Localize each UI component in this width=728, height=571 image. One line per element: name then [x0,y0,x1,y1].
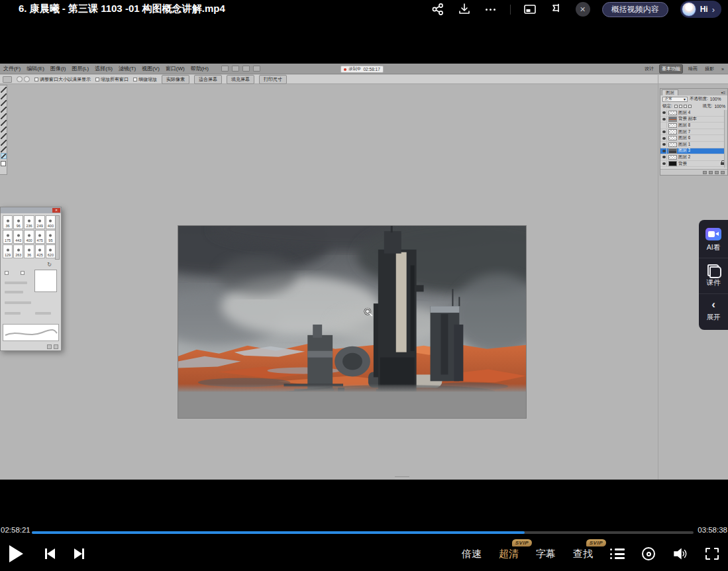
opacity-value[interactable]: 100% [710,97,721,101]
speed-button[interactable]: 倍速 [462,548,482,560]
menu-layer[interactable]: 图层(L) [72,65,89,72]
lock-option-icons[interactable] [674,105,692,108]
tool-lasso[interactable] [1,100,7,106]
flip-x-checkbox[interactable] [5,271,9,275]
layer-row[interactable]: 图层 8 [660,123,725,129]
brush-preset[interactable]: 96 [13,215,23,229]
video-frame[interactable]: 文件(F) 编辑(E) 图像(I) 图层(L) 选择(S) 滤镜(T) 视图(V… [0,64,728,480]
volume-icon[interactable] [672,547,688,560]
print-size-button[interactable]: 打印尺寸 [259,75,287,84]
panel-menu-icon[interactable]: ▾≡ [721,90,725,95]
canvas-image[interactable] [178,225,527,419]
brush-preset[interactable]: 236 [24,215,34,229]
tool-text[interactable] [1,140,7,146]
brush-grid-scrollbar[interactable] [55,215,60,260]
pip-icon[interactable] [523,2,537,17]
tool-zoom-selected[interactable] [1,153,7,159]
layer-row[interactable]: 图层 4 [660,110,725,117]
brush-preset[interactable]: 425 [35,244,45,258]
zoom-in-out-icons[interactable] [17,76,30,82]
fullscreen-icon[interactable] [705,548,719,560]
workspace-overflow[interactable]: » [719,66,726,72]
tool-eraser[interactable] [1,127,7,132]
tool-stamp[interactable] [1,120,7,126]
checkbox-zoom-all-windows[interactable] [95,78,99,81]
brush-preset[interactable]: 36 [24,244,34,258]
tool-shape[interactable] [1,146,7,152]
tool-move[interactable] [1,87,7,93]
layer-row[interactable]: 背景 [660,161,725,168]
brush-preset[interactable]: 95 [46,230,56,244]
fill-value[interactable]: 100% [714,104,725,109]
layers-tab[interactable]: 图层 [662,89,678,95]
brush-preset[interactable]: 400 [24,230,34,244]
checkbox-scrubby-zoom[interactable] [133,78,137,81]
workspace-design[interactable]: 设计 [643,65,656,73]
brush-panel-footer-icons[interactable] [47,344,58,349]
brush-preset[interactable]: 620 [46,244,56,258]
brush-preset[interactable]: 475 [35,230,45,244]
menu-help[interactable]: 帮助(H) [191,65,209,72]
brush-preset[interactable]: 443 [13,230,23,244]
blend-mode-select[interactable]: 正常▾ [662,97,688,102]
menu-select[interactable]: 选择(S) [95,65,113,72]
layer-row[interactable]: 图层 2 [660,154,725,161]
fit-screen-button[interactable]: 适合屏幕 [194,75,222,84]
flip-y-checkbox[interactable] [21,271,25,275]
panel-close-icon[interactable]: ✕ [52,208,60,213]
close-icon[interactable]: ✕ [576,2,590,17]
layer-row[interactable]: 图层 7 [660,129,725,136]
lock-label: 锁定: [662,103,672,109]
refresh-icon[interactable]: ↻ [47,262,52,268]
brush-preset[interactable]: 249 [35,215,45,229]
menu-edit[interactable]: 编辑(E) [26,65,44,72]
menu-view[interactable]: 视图(V) [142,65,160,72]
summarize-video-button[interactable]: 概括视频内容 [602,2,668,17]
tool-crop[interactable] [1,107,7,113]
layers-scrollbar[interactable] [724,110,727,168]
menu-image[interactable]: 图像(I) [50,65,66,72]
actual-pixels-button[interactable]: 实际像素 [162,75,189,84]
color-swatch[interactable] [1,161,6,166]
checkbox-resize-windows[interactable] [34,78,38,81]
clip-icon[interactable] [549,2,564,17]
layer-row[interactable]: 图层 1 [660,142,725,148]
tool-marquee[interactable] [1,93,7,99]
layer-row[interactable]: 图层 6 [660,135,725,142]
record-icon[interactable] [642,547,655,560]
layer-row-selected[interactable]: 图层 3 [660,148,725,155]
tool-preset-icon[interactable] [3,76,12,83]
layers-panel-footer[interactable] [660,169,727,175]
tool-brush[interactable] [1,113,7,119]
layer-row[interactable]: 背景 副本 [660,117,725,123]
tool-gradient[interactable] [1,133,7,139]
more-icon[interactable] [484,2,498,17]
progress-bar[interactable] [32,531,694,534]
expand-button[interactable]: ‹ 展开 [699,293,728,322]
play-button[interactable] [9,545,23,562]
subtitles-button[interactable]: 字幕 [536,548,556,560]
playlist-icon[interactable] [610,548,625,559]
workspace-essentials[interactable]: 基本功能 [659,64,683,74]
menu-file[interactable]: 文件(F) [3,65,21,72]
courseware-button[interactable]: 课件 [699,258,728,287]
brush-preset[interactable]: 36 [3,215,13,229]
fill-screen-button[interactable]: 填充屏幕 [227,75,254,84]
quality-button[interactable]: 超清SVIP [499,548,519,560]
workspace-painting[interactable]: 绘画 [686,65,700,73]
menu-window[interactable]: 窗口(W) [166,65,185,72]
previous-button[interactable] [45,548,55,559]
brush-preset[interactable]: 175 [3,230,13,244]
assistant-button[interactable]: Hi › [680,1,721,18]
download-icon[interactable] [457,2,472,17]
brush-preset[interactable]: 263 [13,244,23,258]
brush-preset[interactable]: 400 [46,215,56,229]
next-button[interactable] [74,548,84,559]
ai-watch-button[interactable]: AI看 [699,228,728,252]
menu-filter[interactable]: 滤镜(T) [119,65,136,72]
workspace-photography[interactable]: 摄影 [703,65,716,73]
share-icon[interactable] [431,2,445,17]
brush-preset[interactable]: 129 [3,244,13,258]
visibility-toggle [662,156,666,158]
search-button[interactable]: 查找SVIP [573,548,593,560]
